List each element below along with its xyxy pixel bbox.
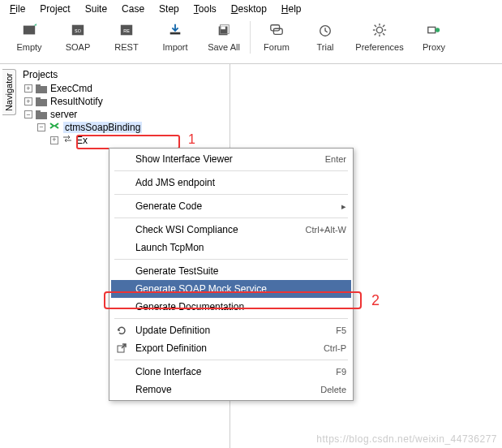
operation-icon	[62, 134, 73, 146]
interface-icon	[49, 121, 60, 133]
ctx-export-definition[interactable]: Export Definition Ctrl-P	[111, 339, 351, 357]
folder-icon	[36, 110, 47, 119]
svg-rect-5	[170, 32, 181, 35]
ctx-remove[interactable]: Remove Delete	[111, 381, 351, 398]
ctx-separator	[114, 170, 348, 171]
svg-rect-9	[271, 25, 280, 31]
svg-rect-0	[24, 26, 35, 35]
svg-rect-23	[36, 86, 47, 93]
toolbar-label: Trial	[317, 42, 334, 52]
submenu-arrow-icon: ▸	[341, 201, 346, 212]
toolbar-label: Proxy	[423, 42, 445, 52]
collapse-icon[interactable]: −	[24, 110, 32, 118]
tree-item-binding[interactable]: − ctmsSoapBinding + Ex	[37, 120, 226, 148]
svg-point-22	[435, 28, 440, 32]
ctx-generate-testsuite[interactable]: Generate TestSuite	[111, 262, 351, 280]
toolbar-separator	[250, 21, 251, 54]
svg-line-19	[375, 33, 376, 35]
toolbar-label: REST	[114, 42, 138, 52]
svg-rect-7	[221, 27, 225, 30]
expand-icon[interactable]: +	[50, 136, 58, 144]
tree-label: server	[50, 109, 77, 120]
toolbar-label: Forum	[264, 42, 290, 52]
toolbar-trial-button[interactable]: Trial	[301, 19, 350, 58]
navigator-tab[interactable]: Navigator	[2, 69, 16, 115]
folder-icon	[36, 97, 47, 106]
ctx-generate-code[interactable]: Generate Code ▸	[111, 197, 351, 215]
svg-line-18	[383, 33, 384, 35]
tree-label: ResultNotify	[50, 96, 103, 107]
project-tree[interactable]: + ExecCmd + ResultNotify −	[21, 82, 226, 149]
expand-icon[interactable]: +	[24, 97, 32, 106]
svg-rect-24	[36, 84, 41, 87]
clock-icon	[316, 21, 334, 39]
svg-text:RE: RE	[123, 28, 130, 33]
tree-item-execcmd[interactable]: + ExecCmd	[24, 82, 226, 95]
ctx-separator	[114, 360, 348, 360]
toolbar-label: Save All	[208, 42, 240, 52]
menu-file[interactable]: File	[3, 2, 32, 16]
ctx-clone-interface[interactable]: Clone Interface F9	[111, 363, 351, 381]
toolbar: Empty SO SOAP RE REST Import Save All Fo…	[0, 18, 502, 64]
toolbar-import-button[interactable]: Import	[151, 19, 200, 58]
collapse-icon[interactable]: −	[37, 123, 45, 131]
toolbar-label: Import	[162, 42, 187, 52]
toolbar-soap-button[interactable]: SO SOAP	[54, 19, 102, 58]
tree-label: Ex	[76, 135, 88, 146]
menu-suite[interactable]: Suite	[79, 2, 114, 16]
ctx-update-definition[interactable]: Update Definition F5	[111, 321, 351, 339]
toolbar-saveall-button[interactable]: Save All	[200, 19, 248, 58]
menu-desktop[interactable]: Desktop	[225, 2, 273, 16]
tree-label: ctmsSoapBinding	[63, 122, 142, 133]
menu-case[interactable]: Case	[115, 2, 151, 16]
ctx-launch-tcpmon[interactable]: Launch TcpMon	[111, 239, 351, 256]
svg-rect-21	[428, 27, 435, 32]
svg-rect-28	[36, 110, 41, 113]
ctx-generate-docs[interactable]: Generate Documentation	[111, 298, 351, 316]
soap-icon: SO	[69, 21, 87, 39]
import-icon	[166, 21, 184, 39]
star-icon	[20, 21, 38, 39]
menu-project[interactable]: Project	[33, 2, 76, 16]
toolbar-empty-button[interactable]: Empty	[5, 19, 54, 58]
ctx-add-jms-endpoint[interactable]: Add JMS endpoint	[111, 174, 351, 192]
gear-icon	[371, 21, 388, 39]
toolbar-forum-button[interactable]: Forum	[252, 19, 301, 58]
svg-rect-26	[36, 97, 41, 100]
toolbar-label: Preferences	[355, 42, 403, 52]
ctx-check-wsi[interactable]: Check WSI Compliance Ctrl+Alt-W	[111, 221, 351, 239]
refresh-icon	[114, 325, 129, 336]
svg-rect-10	[273, 28, 282, 34]
tree-item-exe[interactable]: + Ex	[50, 133, 226, 147]
tree-item-server[interactable]: − server − ctmsSoapBinding	[24, 108, 226, 149]
menu-bar: File Project Suite Case Step Tools Deskt…	[0, 0, 502, 18]
watermark: https://blog.csdn.net/weixin_44736277	[316, 433, 497, 445]
toolbar-rest-button[interactable]: RE REST	[102, 19, 151, 58]
menu-tools[interactable]: Tools	[187, 2, 223, 16]
export-icon	[114, 342, 129, 354]
menu-step[interactable]: Step	[152, 2, 186, 16]
ctx-generate-soap-mock[interactable]: Generate SOAP Mock Service	[111, 280, 351, 298]
toolbar-label: Empty	[16, 42, 41, 52]
ctx-separator	[114, 194, 348, 195]
ctx-separator	[114, 218, 348, 218]
svg-rect-25	[36, 99, 47, 106]
context-menu: Show Interface Viewer Enter Add JMS endp…	[109, 148, 354, 401]
expand-icon[interactable]: +	[24, 84, 32, 93]
save-icon	[215, 21, 233, 39]
side-tab: Navigator	[0, 64, 18, 448]
svg-rect-27	[36, 112, 47, 119]
ctx-show-interface-viewer[interactable]: Show Interface Viewer Enter	[111, 150, 351, 168]
toolbar-preferences-button[interactable]: Preferences	[350, 19, 410, 58]
toolbar-proxy-button[interactable]: Proxy	[410, 19, 458, 58]
rest-icon: RE	[118, 21, 135, 39]
svg-point-12	[376, 27, 382, 32]
svg-line-17	[375, 25, 376, 27]
folder-icon	[36, 84, 47, 93]
ctx-separator	[114, 318, 348, 319]
tree-item-resultnotify[interactable]: + ResultNotify	[24, 95, 226, 108]
forum-icon	[268, 21, 285, 39]
tree-label: ExecCmd	[50, 83, 92, 94]
menu-help[interactable]: Help	[275, 2, 308, 16]
svg-text:SO: SO	[75, 28, 81, 33]
